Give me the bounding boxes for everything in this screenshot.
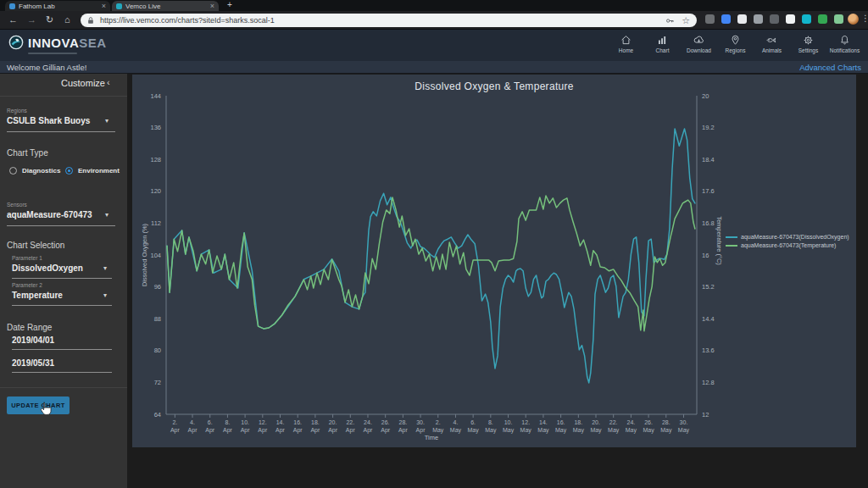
y-right-tick-label: 17.6 [702,187,715,195]
chart-panel: Dissolved Oxygen & Temperature 144136128… [132,75,856,447]
x-tick-label: May [573,427,585,434]
gray-extension-icon[interactable] [705,14,715,24]
sidebar: Customize ‹ Regions CSULB Shark Buoys ▾ … [0,74,127,488]
x-tick-label: 26. [381,419,390,425]
date-from-input[interactable]: 2019/04/01 [12,336,54,345]
sensors-label: Sensors [7,202,27,208]
underline [7,225,115,226]
light-extension-icon[interactable] [737,14,747,24]
parameter1-select[interactable]: DissolvedOxygen [12,263,83,273]
browser-tab-strip: Fathom Lab×Vemco Live×+ [0,0,868,11]
bookmark-star-icon[interactable]: ☆ [682,16,690,25]
x-tick-label: May [660,427,672,434]
x-tick-label: 26. [644,419,653,425]
underline [7,131,115,132]
address-bar[interactable]: https://live.vemco.com/charts?siteId=sha… [81,14,697,27]
chevron-down-icon[interactable]: ▾ [103,291,107,299]
nav-item-regions[interactable]: Regions [717,34,754,53]
x-tick-label: 8. [225,419,231,425]
browser-home-icon[interactable]: ⌂ [64,14,70,26]
underline [12,372,112,373]
forward-icon[interactable]: → [27,14,36,26]
x-tick-label: 16. [293,419,302,425]
brand-text: INNOVASEA [28,36,107,50]
x-tick-label: Apr [258,427,268,434]
parameter2-label: Parameter 2 [12,282,42,288]
blue-extension-icon[interactable] [721,14,731,24]
browser-toolbar: ← → ↻ ⌂ https://live.vemco.com/charts?si… [0,11,868,30]
date-range-label: Date Range [7,323,52,332]
browser-tab[interactable]: Vemco Live× [112,1,219,11]
x-tick-label: Apr [346,427,356,434]
back-icon[interactable]: ← [8,14,18,26]
ghost-extension-icon[interactable] [754,14,763,24]
reload-icon[interactable]: ↻ [46,14,53,26]
x-tick-label: May [590,427,602,434]
parameter1-label: Parameter 1 [12,255,42,261]
update-chart-button[interactable]: UPDATE CHART [7,396,70,414]
x-tick-label: May [485,427,497,434]
x-tick-label: May [450,427,462,434]
x-tick-label: 14. [276,419,285,425]
browser-menu-icon[interactable]: ⋮ [861,14,868,23]
new-tab-button[interactable]: + [227,1,232,9]
tab-close-icon[interactable]: × [210,3,214,10]
x-tick-label: May [678,427,690,434]
green-extension-icon[interactable] [818,14,827,24]
radio-environment[interactable] [65,167,73,175]
radio-environment-label[interactable]: Environment [78,167,120,175]
chevron-down-icon[interactable]: ▾ [105,117,108,125]
nav-item-notifications[interactable]: Notifications [826,34,863,53]
y-left-tick-label: 120 [150,187,161,195]
x-tick-label: 2. [172,419,177,425]
x-tick-label: Apr [416,427,426,434]
nav-item-settings[interactable]: Settings [790,34,826,53]
chevron-down-icon[interactable]: ▾ [105,211,108,219]
camera-extension-icon[interactable] [770,14,779,24]
teal-extension-icon[interactable] [802,14,811,24]
chart-plot[interactable]: 14413612812011210496888072642019.218.417… [132,75,856,447]
nav-item-animals[interactable]: Animals [754,34,790,53]
fs-extension-icon[interactable] [786,14,795,24]
radio-diagnostics[interactable] [9,167,17,175]
legend-swatch [726,245,737,247]
nav-item-home[interactable]: Home [608,34,644,53]
logo-tagline [28,53,77,54]
radio-diagnostics-label[interactable]: Diagnostics [22,167,60,175]
chevron-down-icon[interactable]: ▾ [103,264,107,272]
fathom-favicon [9,3,15,9]
legend-item[interactable]: aquaMeasure-670473(DissolvedOxygen) [726,234,849,240]
nav-item-download[interactable]: Download [681,34,717,53]
x-tick-label: 24. [627,419,636,425]
innovasea-logo[interactable]: INNOVASEA [8,35,107,50]
x-tick-label: 14. [539,419,548,425]
x-tick-label: May [503,427,515,434]
x-tick-label: May [537,427,549,434]
notifications-icon [838,34,851,47]
lightgreen-extension-icon[interactable] [834,14,843,24]
legend-item[interactable]: aquaMeasure-670473(Temperature) [726,242,849,248]
x-tick-label: May [520,427,532,434]
nav-item-label: Download [687,47,711,53]
nav-item-chart[interactable]: Chart [644,34,681,53]
screen: Fathom Lab×Vemco Live×+ ← → ↻ ⌂ https://… [0,0,868,488]
sidebar-collapse-icon[interactable]: ‹ [107,77,110,87]
profile-avatar[interactable] [848,14,859,25]
x-tick-label: May [608,427,620,434]
advanced-charts-link[interactable]: Advanced Charts [799,63,861,72]
x-tick-label: Apr [310,427,320,434]
tab-close-icon[interactable]: × [102,3,106,10]
browser-tab[interactable]: Fathom Lab× [5,1,110,11]
y-right-tick-label: 16 [702,252,709,259]
y-left-tick-label: 144 [150,92,161,100]
x-tick-label: 22. [346,419,354,425]
date-to-input[interactable]: 2019/05/31 [12,358,54,368]
underline [12,305,112,306]
parameter2-select[interactable]: Temperature [12,291,63,300]
y-right-tick-label: 13.6 [702,347,715,354]
key-icon[interactable] [665,16,675,25]
regions-select[interactable]: CSULB Shark Buoys [7,116,90,125]
sensors-select[interactable]: aquaMeasure-670473 [7,210,92,219]
x-axis-title: Time [132,434,731,441]
y-right-tick-label: 16.8 [702,219,715,227]
